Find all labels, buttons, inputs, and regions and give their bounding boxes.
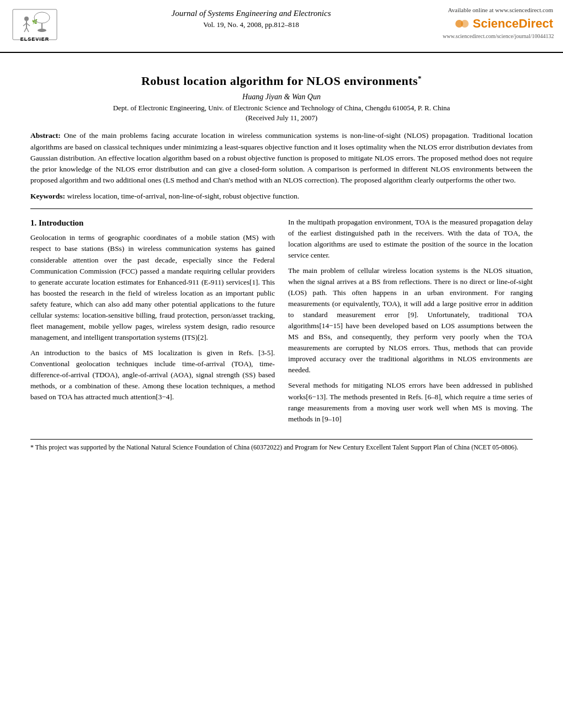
left-column: 1. Introduction Geolocation in terms of … (30, 217, 275, 429)
paper-title: Robust location algorithm for NLOS envir… (30, 74, 533, 88)
elsevier-logo: 🌿 ELSEVIER (10, 7, 60, 47)
journal-volume: Vol. 19, No. 4, 2008, pp.812–818 (65, 20, 437, 29)
svg-line-6 (24, 28, 26, 32)
svg-point-13 (461, 20, 469, 28)
body-columns: 1. Introduction Geolocation in terms of … (30, 217, 533, 429)
abstract-section: Abstract: One of the main problems facin… (30, 130, 533, 186)
journal-name: Journal of Systems Engineering and Elect… (65, 9, 437, 18)
abstract-text: One of the main problems facing accurate… (30, 131, 533, 184)
keywords-label: Keywords: (30, 192, 65, 200)
sd-brand-text: ScienceDirect (472, 17, 553, 31)
sd-icon (454, 15, 470, 32)
svg-line-7 (26, 28, 29, 32)
keywords-section: Keywords: wireless location, time-of-arr… (30, 192, 533, 201)
intro-para-5: Several methods for mitigating NLOS erro… (288, 380, 533, 424)
intro-para-2: An introduction to the basics of MS loca… (30, 347, 275, 403)
received-date: (Received July 11, 2007) (30, 114, 533, 122)
page-header: 🌿 ELSEVIER Journal of Systems Engineerin… (0, 0, 563, 53)
available-text: Available online at www.sciencedirect.co… (443, 7, 553, 13)
svg-text:ELSEVIER: ELSEVIER (20, 36, 50, 42)
svg-rect-0 (13, 9, 57, 40)
sd-url: www.sciencedirect.com/science/journal/10… (443, 33, 553, 39)
section1-heading: 1. Introduction (30, 217, 275, 229)
abstract-label: Abstract: (30, 131, 61, 140)
main-content: Robust location algorithm for NLOS envir… (0, 53, 563, 463)
footnote-symbol: * (30, 443, 34, 451)
intro-para-1: Geolocation in terms of geographic coord… (30, 232, 275, 343)
abstract-paragraph: Abstract: One of the main problems facin… (30, 130, 533, 186)
svg-point-2 (24, 17, 29, 21)
sciencedirect-logo: ScienceDirect (443, 15, 553, 32)
sciencedirect-info: Available online at www.sciencedirect.co… (443, 7, 553, 39)
journal-info: Journal of Systems Engineering and Elect… (65, 7, 437, 29)
intro-para-3: In the multipath propagation environment… (288, 217, 533, 261)
title-footnote: * (418, 74, 422, 82)
section-divider (30, 208, 533, 209)
svg-point-8 (34, 12, 50, 23)
keywords-text: wireless location, time-of-arrival, non-… (67, 192, 299, 200)
authors: Huang Jiyan & Wan Qun (30, 93, 533, 101)
intro-para-4: The main problem of cellular wireless lo… (288, 265, 533, 376)
right-column: In the multipath propagation environment… (288, 217, 533, 429)
affiliation: Dept. of Electronic Engineering, Univ. o… (30, 104, 533, 113)
footnote-area: * This project was supported by the Nati… (30, 439, 533, 452)
svg-point-10 (38, 29, 46, 32)
footnote-text: This project was supported by the Nation… (35, 443, 518, 451)
title-section: Robust location algorithm for NLOS envir… (30, 74, 533, 122)
